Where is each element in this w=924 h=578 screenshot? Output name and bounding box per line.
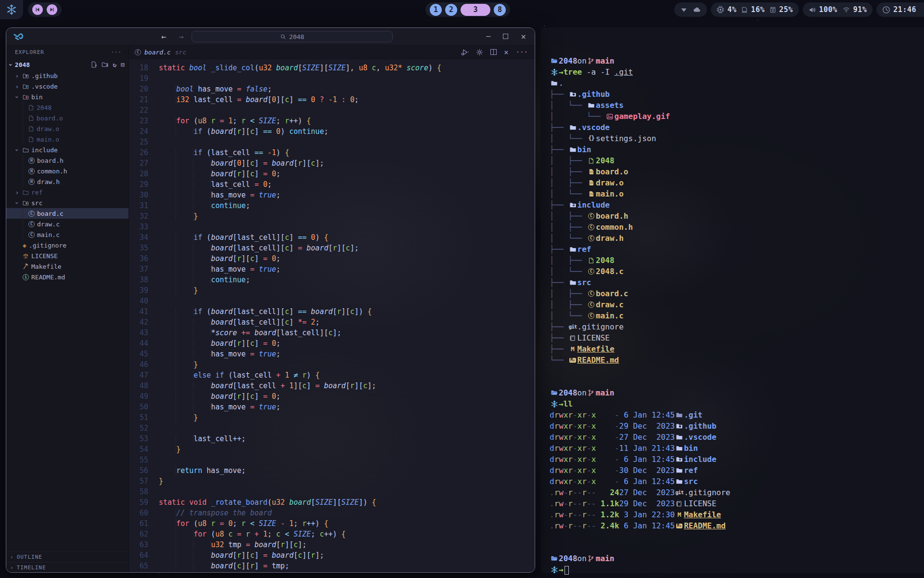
folder-open-icon [550,555,559,562]
minimize-button[interactable]: ─ [486,32,490,41]
new-folder-button[interactable] [102,61,108,68]
timeline-panel-header[interactable]: › TIMELINE [6,562,128,573]
code-line-39: 39 } [129,285,535,296]
tree-output-line: ├── ref [550,244,919,255]
workspace-2-button[interactable]: 2 [445,4,457,16]
code-line-46: 46 } [129,359,535,370]
disk-stat: 25% [770,5,793,14]
file-label: .github [31,72,58,79]
explorer-more-button[interactable]: ··· [111,49,122,55]
git-branch-icon [587,57,596,65]
explorer-item-LICENSE[interactable]: LICENSE [6,250,128,261]
explorer-item-.vscode[interactable]: ›.vscode [6,81,128,92]
tree-output-line: │ ├── C board.c [550,288,919,299]
terminal-cursor[interactable] [565,566,569,575]
line-number: 35 [129,243,159,253]
explorer-item-.github[interactable]: ›.github [6,70,128,81]
maximize-button[interactable] [503,34,508,39]
clock[interactable]: 21:46 [876,2,924,17]
explorer-item-src[interactable]: ›src [6,197,128,208]
terminal-command: → ll [550,398,919,409]
explorer-item-Makefile[interactable]: Makefile [6,261,128,272]
system-stats[interactable]: 4% 16% 25% [711,2,798,17]
memory-value: 16% [751,5,765,14]
media-prev-button[interactable] [32,4,43,15]
explorer-item-bin[interactable]: ›bin [6,92,128,102]
explorer-item-include[interactable]: ›include [6,144,128,155]
close-window-button[interactable]: × [521,31,526,41]
h-circle-icon: H [28,168,35,174]
file-type-icon [568,124,578,131]
line-number: 28 [129,169,159,179]
wifi-triangle-icon [680,6,688,13]
terminal-window[interactable]: 2048 on main → tree -a -I .git .├── .git… [540,27,924,573]
code-line-62: 62 for (u8 c = r + 1; c < SIZE; c++) { [129,529,535,539]
chevron-right-icon: › [14,72,20,79]
file-label: board.c [37,210,64,217]
gear-icon[interactable] [476,49,483,56]
code-line-20: 20 bool has_move = false; [129,84,535,94]
audio-network[interactable]: 100% 91% [803,2,873,17]
line-number: 40 [129,296,159,306]
cpu-value: 4% [727,5,736,14]
workspace-8-button[interactable]: 8 [494,4,506,16]
more-actions-button[interactable]: ··· [516,48,528,56]
cloud-icon [693,6,701,13]
explorer-root-folder[interactable]: › 2048 ↻ ⊟ [6,59,128,70]
folder-github-icon [23,73,29,79]
media-next-button[interactable] [47,4,57,15]
explorer-item-board.o[interactable]: board.o [6,113,128,123]
line-number: 27 [129,158,159,169]
explorer-item-board.h[interactable]: Hboard.h [6,155,128,166]
line-number: 46 [129,359,159,370]
refresh-explorer-button[interactable]: ↻ [113,61,116,68]
split-editor-button[interactable] [490,49,497,55]
close-editor-button[interactable]: × [504,48,509,57]
file-type-icon: C [587,302,596,308]
editor-titlebar[interactable]: ← → 2048 ─ × [6,28,535,45]
run-file-button[interactable] [461,49,469,56]
code-editor-surface[interactable]: 18static bool _slide_col(u32 board[SIZE]… [129,59,535,573]
file-type-icon [675,422,684,430]
line-number: 36 [129,253,159,264]
line-number: 34 [129,232,159,243]
code-line-36: 36 board[r][c] = 0; [129,253,535,264]
workspace-1-button[interactable]: 1 [430,4,442,16]
explorer-item-ref[interactable]: ›ref [6,187,128,197]
nixos-launcher-button[interactable] [0,0,23,19]
workspace-3-button[interactable]: 3 [461,4,490,16]
snowflake-prompt-icon [550,68,559,76]
navigate-forward-button[interactable]: → [179,32,183,41]
line-number: 39 [129,285,159,296]
file-label: main.o [37,136,59,143]
ll-output-line: drwxr-xr-x - 11 Jan 21:43 bin [550,443,919,454]
terminal-prompt: 2048 on main [550,55,919,66]
explorer-item-draw.h[interactable]: Hdraw.h [6,176,128,187]
outline-panel-header[interactable]: › OUTLINE [6,552,128,562]
explorer-item-main.c[interactable]: Cmain.c [6,229,128,240]
h-circle-icon: H [28,179,35,185]
explorer-item-draw.o[interactable]: draw.o [6,123,128,134]
snowflake-prompt-icon [550,566,559,574]
line-number: 33 [129,222,159,232]
explorer-item-main.o[interactable]: main.o [6,134,128,144]
ll-output-line: .rw-r--r-- 2.4k 6 Jan 12:45 M↓ README.md [550,520,919,531]
weather-tray[interactable] [674,2,707,17]
collapse-folders-button[interactable]: ⊟ [121,61,125,68]
chevron-right-icon: › [14,189,20,196]
command-center-search[interactable]: 2048 [192,31,393,42]
tree-output-line: │ ├── C common.h [550,222,919,233]
new-file-button[interactable] [90,61,97,68]
explorer-item-board.c[interactable]: Cboard.c [6,208,128,219]
explorer-item-.gitignore[interactable]: ◈.gitignore [6,240,128,250]
navigate-back-button[interactable]: ← [161,32,166,41]
folder-vscode-icon [23,83,29,90]
explorer-item-common.h[interactable]: Hcommon.h [6,166,128,176]
active-tab-filename[interactable]: board.c [144,49,171,56]
file-type-icon: M [675,509,684,520]
line-number: 41 [129,306,159,317]
explorer-item-draw.c[interactable]: Cdraw.c [6,219,128,229]
permissions: drwxr-xr-x [550,454,596,465]
explorer-item-README.md[interactable]: iREADME.md [6,272,128,282]
explorer-item-2048[interactable]: 2048 [6,102,128,113]
